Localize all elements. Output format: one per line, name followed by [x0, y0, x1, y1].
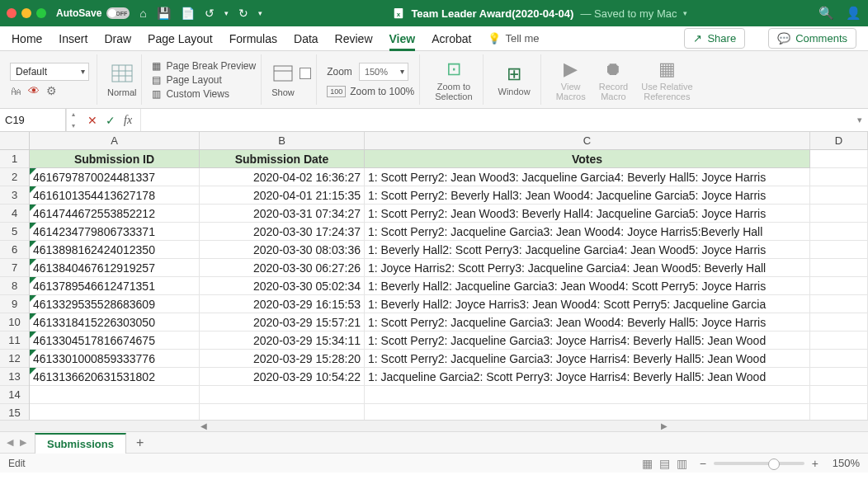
- menu-home[interactable]: Home: [12, 32, 42, 45]
- cell[interactable]: Votes: [365, 150, 810, 168]
- row-header-2[interactable]: 2: [0, 168, 29, 186]
- cell[interactable]: 2020-03-29 15:57:21: [200, 313, 365, 331]
- cell[interactable]: 1: Joyce Harris2: Scott Perry3: Jacqueli…: [365, 259, 810, 277]
- cell[interactable]: [810, 168, 868, 186]
- formula-text-field[interactable]: [146, 114, 847, 126]
- search-icon[interactable]: 🔍: [818, 6, 834, 21]
- cell[interactable]: 2020-03-29 15:28:20: [200, 350, 365, 368]
- row-header-5[interactable]: 5: [0, 223, 29, 241]
- cell[interactable]: [810, 331, 868, 350]
- tell-me-search[interactable]: 💡 Tell me: [488, 32, 539, 45]
- cell[interactable]: 4613789546612471351: [30, 277, 200, 295]
- cell[interactable]: 1: Scott Perry2: Jacqueline Garcia3: Jea…: [365, 313, 810, 331]
- cell[interactable]: [810, 259, 868, 277]
- cell[interactable]: [810, 295, 868, 313]
- print-icon[interactable]: 📄: [181, 7, 195, 20]
- use-relative-refs-button[interactable]: ▦Use Relative References: [636, 57, 697, 103]
- cell[interactable]: 4613329535528683609: [30, 295, 200, 313]
- autosave-toggle[interactable]: AutoSave OFF: [56, 7, 130, 19]
- zoom-out-button[interactable]: −: [697, 457, 709, 470]
- spreadsheet-grid[interactable]: ABCD 123456789101112131415 Submission ID…: [0, 132, 868, 431]
- cell[interactable]: [30, 386, 200, 404]
- row-header-7[interactable]: 7: [0, 259, 29, 277]
- enter-icon[interactable]: ✓: [106, 114, 116, 127]
- cell[interactable]: [810, 350, 868, 368]
- row-header-11[interactable]: 11: [0, 331, 29, 350]
- column-header-B[interactable]: B: [200, 132, 365, 149]
- chevron-down-icon[interactable]: ▾: [224, 9, 229, 17]
- new-window-button[interactable]: ⊞ Window: [493, 62, 535, 98]
- cell[interactable]: [810, 205, 868, 223]
- cell[interactable]: 4613898162424012350: [30, 241, 200, 259]
- account-icon[interactable]: 👤: [846, 6, 861, 21]
- undo-icon[interactable]: ↺: [205, 7, 215, 20]
- page-layout-status-icon[interactable]: ▤: [659, 457, 670, 470]
- sheet-tab-submissions[interactable]: Submissions: [35, 433, 126, 454]
- cell[interactable]: Submission ID: [30, 150, 200, 168]
- cell[interactable]: 1: Jacqueline Garcia2: Scott Perry3: Joy…: [365, 368, 810, 386]
- menu-page-layout[interactable]: Page Layout: [148, 32, 213, 45]
- cell[interactable]: 2020-03-30 17:24:37: [200, 223, 365, 241]
- row-header-8[interactable]: 8: [0, 277, 29, 295]
- cell[interactable]: 1: Scott Perry2: Jacqueline Garcia3: Joy…: [365, 331, 810, 350]
- cell[interactable]: [810, 313, 868, 331]
- show-checkbox[interactable]: [300, 68, 311, 79]
- cell[interactable]: [810, 223, 868, 241]
- row-header-12[interactable]: 12: [0, 350, 29, 368]
- cell[interactable]: 2020-03-29 16:15:53: [200, 295, 365, 313]
- cancel-icon[interactable]: ✕: [87, 114, 97, 127]
- expand-formula-bar-icon[interactable]: ▾: [851, 109, 868, 131]
- menu-formulas[interactable]: Formulas: [229, 32, 277, 45]
- chevron-down-icon[interactable]: ▾: [683, 9, 687, 17]
- normal-view-status-icon[interactable]: ▦: [642, 457, 653, 470]
- cell[interactable]: 2020-04-01 21:15:35: [200, 186, 365, 205]
- row-header-1[interactable]: 1: [0, 150, 29, 168]
- page-layout-button[interactable]: ▤ Page Layout: [152, 74, 256, 86]
- minimize-window-icon[interactable]: [21, 8, 31, 18]
- cell[interactable]: 1: Beverly Hall2: Scott Perry3: Jacqueli…: [365, 241, 810, 259]
- home-icon[interactable]: ⌂: [139, 7, 146, 20]
- normal-view-icon[interactable]: [111, 62, 134, 85]
- page-break-preview-button[interactable]: ▦ Page Break Preview: [152, 60, 256, 72]
- font-icon[interactable]: 🗛: [10, 84, 21, 97]
- cell[interactable]: 4613840467612919257: [30, 259, 200, 277]
- cell[interactable]: 1: Scott Perry2: Jean Wood3: Jacqueline …: [365, 168, 810, 186]
- share-button[interactable]: ↗ Share: [684, 28, 745, 49]
- style-dropdown[interactable]: Default: [10, 63, 89, 81]
- cell[interactable]: [365, 386, 810, 404]
- menu-data[interactable]: Data: [294, 32, 318, 45]
- cell[interactable]: 2020-03-29 15:34:11: [200, 331, 365, 350]
- show-icon[interactable]: [271, 62, 295, 85]
- redo-icon[interactable]: ↻: [238, 7, 248, 20]
- menu-acrobat[interactable]: Acrobat: [432, 32, 471, 45]
- fx-icon[interactable]: fx: [124, 114, 132, 127]
- zoom-in-button[interactable]: +: [809, 457, 821, 470]
- autosave-switch[interactable]: OFF: [106, 7, 130, 19]
- formula-input[interactable]: [141, 109, 851, 131]
- cell[interactable]: 2020-03-29 10:54:22: [200, 368, 365, 386]
- cell[interactable]: [810, 277, 868, 295]
- record-macro-button[interactable]: ⏺Record Macro: [594, 57, 633, 103]
- cell[interactable]: 2020-03-30 06:27:26: [200, 259, 365, 277]
- row-header-9[interactable]: 9: [0, 295, 29, 313]
- horizontal-scrollbar[interactable]: ◀▶: [0, 420, 868, 431]
- cell[interactable]: [810, 150, 868, 168]
- cell[interactable]: 4613318415226303050: [30, 313, 200, 331]
- custom-views-button[interactable]: ▥ Custom Views: [152, 88, 256, 100]
- eye-icon[interactable]: 👁: [28, 84, 40, 97]
- cell[interactable]: 4613136620631531802: [30, 368, 200, 386]
- page-break-status-icon[interactable]: ▥: [677, 457, 687, 470]
- cell[interactable]: 4613301000859333776: [30, 350, 200, 368]
- tab-nav-next-icon[interactable]: ▶: [20, 437, 26, 448]
- row-header-6[interactable]: 6: [0, 241, 29, 259]
- column-header-A[interactable]: A: [30, 132, 200, 149]
- cell[interactable]: [810, 241, 868, 259]
- cell[interactable]: 1: Scott Perry2: Jacqueline Garcia3: Jea…: [365, 223, 810, 241]
- close-window-icon[interactable]: [7, 8, 17, 18]
- save-icon[interactable]: 💾: [157, 7, 171, 20]
- zoom-dropdown[interactable]: 150%: [359, 63, 408, 81]
- cell[interactable]: Submission Date: [200, 150, 365, 168]
- cell[interactable]: 4613304517816674675: [30, 331, 200, 350]
- row-header-13[interactable]: 13: [0, 368, 29, 386]
- view-macros-button[interactable]: ▶View Macros: [551, 57, 591, 103]
